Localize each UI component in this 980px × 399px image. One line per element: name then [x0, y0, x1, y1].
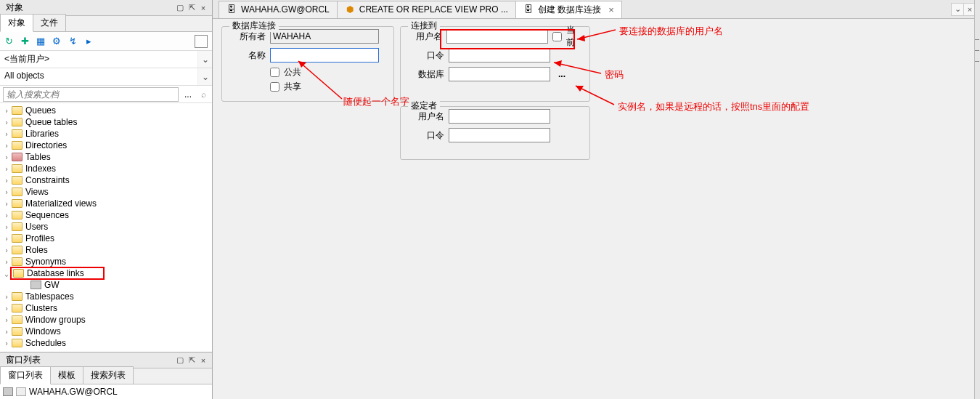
tree-item[interactable]: ›Constraints	[0, 174, 212, 186]
editor-tab-1[interactable]: 🗄 WAHAHA.GW@ORCL	[219, 1, 338, 18]
tree-item[interactable]: ›Sequences	[0, 209, 212, 221]
tree-item[interactable]: ›Views	[0, 186, 212, 198]
password-field[interactable]	[449, 48, 550, 63]
public-label: 公共	[284, 66, 301, 78]
auth-user-label: 用户名	[408, 110, 444, 123]
tree-item-label: Queues	[25, 105, 56, 116]
current-label: 当前	[566, 24, 582, 49]
editor-tab-3[interactable]: 🗄 创建 数据库连接 ×	[515, 1, 622, 18]
tree-item[interactable]: ›Clusters	[0, 302, 212, 314]
tab-searchlist[interactable]: 搜索列表	[83, 366, 134, 384]
browse-button[interactable]: ...	[555, 68, 569, 81]
add-icon[interactable]: ✚	[19, 36, 30, 47]
close-icon[interactable]: ×	[608, 4, 614, 15]
tree-item[interactable]: ›Users	[0, 221, 212, 233]
editor-tab-2[interactable]: ⬢ CREATE OR REPLACE VIEW PRO ...	[337, 1, 516, 18]
expand-icon[interactable]: ›	[3, 293, 10, 301]
public-checkbox[interactable]	[270, 68, 279, 77]
expand-icon[interactable]: ›	[3, 339, 10, 347]
tree-item[interactable]: ›Tablespaces	[0, 291, 212, 302]
panel-close-icon[interactable]: ×	[197, 355, 209, 366]
tree-item[interactable]: ›Window groups	[0, 314, 212, 326]
tab-files[interactable]: 文件	[33, 14, 66, 31]
expand-icon[interactable]: ›	[3, 188, 10, 196]
fieldset-legend: 连接到	[408, 20, 440, 32]
tree-item[interactable]: ›Tables	[0, 151, 212, 163]
chevron-down-icon[interactable]: ⌄	[197, 51, 212, 68]
tree-item[interactable]: ›Roles	[0, 244, 212, 256]
tree-item[interactable]: ›Directories	[0, 140, 212, 151]
tree-item[interactable]: ›Schedules	[0, 337, 212, 349]
user-field[interactable]	[446, 29, 548, 44]
tree-item-label: Sequences	[25, 210, 69, 220]
expand-icon[interactable]: ›	[3, 305, 10, 313]
auth-password-field[interactable]	[449, 128, 550, 142]
panel-dock-icon[interactable]: ▢	[174, 2, 186, 14]
tab-winlist[interactable]: 窗口列表	[0, 366, 51, 384]
objects-filter-dropdown[interactable]: All objects ⌄	[0, 68, 212, 86]
tree-item[interactable]: ›Windows	[0, 326, 212, 337]
expand-icon[interactable]: ›	[3, 130, 10, 138]
current-checkbox[interactable]	[552, 32, 562, 41]
auth-user-field[interactable]	[449, 109, 550, 124]
name-field[interactable]	[270, 48, 379, 63]
expand-icon[interactable]: ›	[3, 153, 10, 161]
tree-item[interactable]: ›Profiles	[0, 233, 212, 244]
expand-icon[interactable]: ›	[3, 118, 10, 126]
tree-item-label: Views	[25, 187, 49, 197]
tree-item[interactable]: ›Queue tables	[0, 116, 212, 128]
expand-icon[interactable]: ›	[3, 223, 10, 231]
expand-icon[interactable]: ›	[3, 165, 10, 173]
expand-icon[interactable]: ›	[3, 107, 10, 115]
annotation-text: 密码	[605, 68, 624, 81]
open-icon[interactable]: ▦	[35, 36, 46, 47]
prop-icon[interactable]: ⚙	[51, 36, 62, 47]
expand-icon[interactable]: ›	[3, 142, 10, 150]
link-icon[interactable]: ↯	[67, 36, 78, 47]
tree-item-label: Constraints	[25, 175, 70, 185]
object-tree[interactable]: ›Queues›Queue tables›Libraries›Directori…	[0, 103, 212, 352]
tree-item[interactable]: ›Libraries	[0, 128, 212, 140]
expand-icon[interactable]: ›	[3, 316, 10, 324]
chevron-down-icon[interactable]: ⌄	[197, 68, 212, 85]
expand-icon[interactable]: ›	[3, 246, 10, 254]
expand-icon[interactable]: ›	[3, 200, 10, 208]
folder-icon	[12, 188, 23, 196]
tree-item-label: Database links	[27, 268, 84, 278]
winlist-item[interactable]: WAHAHA.GW@ORCL	[0, 384, 212, 399]
database-field[interactable]	[449, 67, 550, 81]
panel-pin-icon[interactable]: ⇱	[186, 2, 197, 14]
expand-icon[interactable]: ›	[3, 177, 10, 185]
folder-icon	[12, 106, 23, 115]
collapse-icon[interactable]: ⌄	[3, 270, 10, 278]
toolbar-box[interactable]	[195, 35, 208, 48]
right-scrollbar[interactable]	[974, 0, 980, 399]
run-icon[interactable]: ▸	[83, 36, 94, 47]
tab-templates[interactable]: 模板	[50, 366, 83, 384]
panel-dock-icon[interactable]: ▢	[174, 355, 186, 366]
tab-objects[interactable]: 对象	[0, 14, 33, 32]
expand-icon[interactable]: ›	[3, 328, 10, 336]
user-dropdown[interactable]: <当前用户> ⌄	[0, 51, 212, 68]
refresh-icon[interactable]: ↻	[3, 36, 15, 47]
panel-pin-icon[interactable]: ⇱	[186, 355, 197, 366]
tree-item[interactable]: ›Synonyms	[0, 256, 212, 267]
search-go-icon[interactable]: ⌕	[197, 89, 209, 100]
editor-tab-label: CREATE OR REPLACE VIEW PRO ...	[359, 4, 508, 15]
share-checkbox[interactable]	[270, 82, 279, 92]
tree-item-label: Users	[25, 222, 48, 232]
tree-item[interactable]: ›Materialized views	[0, 198, 212, 209]
database-label: 数据库	[408, 68, 444, 81]
tree-item-label: Tablespaces	[25, 291, 74, 302]
search-more-button[interactable]: ...	[181, 89, 195, 100]
panel-close-icon[interactable]: ×	[197, 2, 209, 14]
tree-item[interactable]: ›Indexes	[0, 163, 212, 174]
expand-icon[interactable]: ›	[3, 211, 10, 219]
tree-item[interactable]: GW	[0, 279, 212, 291]
tree-item[interactable]: ⌄Database links	[0, 267, 212, 279]
expand-icon[interactable]: ›	[3, 235, 10, 243]
tree-item[interactable]: ›Queues	[0, 105, 212, 116]
search-input[interactable]	[3, 87, 179, 102]
expand-icon[interactable]: ›	[3, 258, 10, 266]
tabs-dropdown-icon[interactable]: ⌄	[951, 3, 964, 16]
